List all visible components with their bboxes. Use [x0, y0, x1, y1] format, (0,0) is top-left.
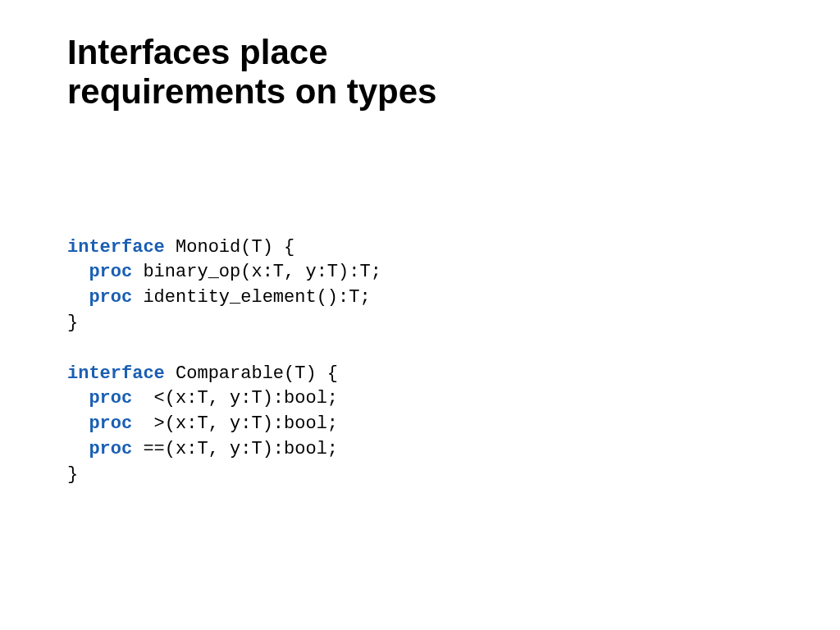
keyword-proc: proc [89, 287, 132, 308]
code-lt: <(x:T, y:T):bool; [132, 388, 338, 409]
keyword-proc: proc [89, 413, 132, 434]
code-monoid-decl: Monoid(T) { [165, 237, 294, 258]
code-binary-op: binary_op(x:T, y:T):T; [132, 262, 381, 282]
keyword-interface: interface [67, 237, 165, 258]
code-comparable-decl: Comparable(T) { [165, 363, 338, 384]
code-gt: >(x:T, y:T):bool; [132, 413, 338, 434]
code-close-brace: } [67, 464, 78, 485]
slide-title: Interfaces placerequirements on types [67, 33, 840, 112]
code-eq: ==(x:T, y:T):bool; [132, 439, 338, 459]
keyword-proc: proc [89, 262, 132, 282]
slide-content: Interfaces placerequirements on types in… [0, 0, 840, 488]
code-identity-element: identity_element():T; [132, 287, 370, 308]
keyword-proc: proc [89, 439, 132, 459]
code-block: interface Monoid(T) { proc binary_op(x:T… [67, 235, 840, 488]
title-text: Interfaces placerequirements on types [67, 33, 436, 111]
keyword-proc: proc [89, 388, 132, 409]
keyword-interface: interface [67, 363, 165, 384]
code-close-brace: } [67, 313, 78, 333]
